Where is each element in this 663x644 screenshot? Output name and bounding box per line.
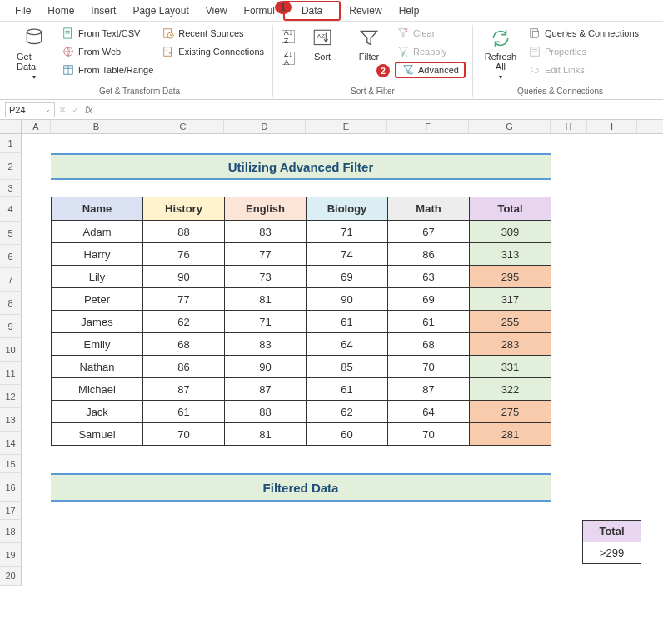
row-header[interactable]: 15	[0, 455, 22, 473]
fx-icon[interactable]: fx	[85, 104, 92, 116]
cell[interactable]: 90	[225, 356, 307, 378]
column-header[interactable]: C	[142, 120, 224, 133]
cell[interactable]: 71	[225, 311, 307, 333]
row-header[interactable]: 12	[0, 385, 22, 408]
cell[interactable]: 81	[225, 288, 307, 311]
cell[interactable]: 90	[307, 288, 388, 311]
row-header[interactable]: 13	[0, 408, 22, 432]
cell[interactable]: 309	[470, 221, 551, 243]
queries-connections-button[interactable]: Queries & Connections	[526, 25, 641, 42]
menu-home[interactable]: Home	[39, 2, 82, 19]
name-box[interactable]: P24 ⌄	[5, 102, 55, 117]
select-all-corner[interactable]	[0, 120, 22, 133]
cell[interactable]: 69	[388, 288, 470, 311]
column-header[interactable]: H	[551, 120, 587, 133]
cell[interactable]: 60	[307, 423, 388, 446]
recent-sources-button[interactable]: Recent Sources	[160, 25, 266, 42]
row-header[interactable]: 3	[0, 180, 22, 197]
cell[interactable]: 64	[388, 401, 470, 423]
refresh-all-button[interactable]: Refresh All ▾	[480, 25, 521, 82]
cell[interactable]: Emily	[52, 333, 143, 356]
cell[interactable]: Jack	[52, 401, 143, 423]
cell[interactable]: 317	[470, 288, 551, 311]
cell[interactable]: 85	[307, 356, 388, 378]
cell[interactable]: 86	[388, 243, 470, 266]
column-header[interactable]: A	[22, 120, 51, 133]
row-header[interactable]: 9	[0, 315, 22, 338]
cell[interactable]: 313	[470, 243, 551, 266]
column-header[interactable]: I	[587, 120, 637, 133]
cells-area[interactable]: Utilizing Advanced Filter Name History E…	[22, 134, 663, 586]
row-header[interactable]: 7	[0, 268, 22, 292]
cell[interactable]: 283	[470, 333, 551, 356]
cell[interactable]: 87	[388, 378, 470, 401]
row-header[interactable]: 8	[0, 292, 22, 315]
cell[interactable]: 68	[143, 333, 225, 356]
menu-insert[interactable]: Insert	[82, 2, 124, 19]
cell[interactable]: 61	[388, 311, 470, 333]
column-header[interactable]: F	[387, 120, 469, 133]
cell[interactable]: Nathan	[52, 356, 143, 378]
cell[interactable]: 61	[307, 378, 388, 401]
cell[interactable]: 322	[470, 378, 551, 401]
row-header[interactable]: 16	[0, 473, 22, 502]
cell[interactable]: 70	[388, 356, 470, 378]
menu-review[interactable]: Review	[341, 2, 390, 19]
cell[interactable]: 62	[307, 401, 388, 423]
cell[interactable]: Lily	[52, 266, 143, 288]
row-header[interactable]: 10	[0, 338, 22, 362]
cell[interactable]: 86	[143, 356, 225, 378]
cell[interactable]: 67	[388, 221, 470, 243]
cell[interactable]: 81	[225, 423, 307, 446]
cell[interactable]: 275	[470, 401, 551, 423]
cell[interactable]: 62	[143, 311, 225, 333]
cell[interactable]: 77	[143, 288, 225, 311]
sort-asc-button[interactable]: A↓Z	[280, 28, 297, 45]
menu-page-layout[interactable]: Page Layout	[124, 2, 197, 19]
cell[interactable]: Michael	[52, 378, 143, 401]
column-header[interactable]: E	[306, 120, 387, 133]
cell[interactable]: 83	[225, 221, 307, 243]
cell[interactable]: Harry	[52, 243, 143, 266]
menu-help[interactable]: Help	[391, 2, 428, 19]
row-header[interactable]: 4	[0, 197, 22, 222]
cell[interactable]: 70	[388, 423, 470, 446]
cell[interactable]: 88	[143, 221, 225, 243]
from-web-button[interactable]: From Web	[60, 43, 155, 60]
cell[interactable]: 281	[470, 423, 551, 446]
menu-file[interactable]: File	[7, 2, 39, 19]
cell[interactable]: 61	[143, 401, 225, 423]
cell[interactable]: 76	[143, 243, 225, 266]
clear-filter-button[interactable]: Clear	[395, 25, 466, 42]
existing-connections-button[interactable]: Existing Connections	[160, 43, 266, 60]
cell[interactable]: James	[52, 311, 143, 333]
cell[interactable]: 63	[388, 266, 470, 288]
cell[interactable]: 77	[225, 243, 307, 266]
from-text-csv-button[interactable]: From Text/CSV	[60, 25, 155, 42]
cell[interactable]: 87	[143, 378, 225, 401]
cell[interactable]: 83	[225, 333, 307, 356]
cell[interactable]: 70	[143, 423, 225, 446]
column-header[interactable]: D	[224, 120, 306, 133]
reapply-button[interactable]: Reapply	[395, 43, 466, 60]
row-header[interactable]: 19	[0, 543, 22, 567]
column-header[interactable]: B	[51, 120, 142, 133]
cancel-icon[interactable]: ✕	[58, 104, 67, 116]
properties-button[interactable]: Properties	[526, 43, 641, 60]
cell[interactable]: Samuel	[52, 423, 143, 446]
filter-button[interactable]: Filter	[348, 25, 390, 63]
row-header[interactable]: 20	[0, 567, 22, 586]
cell[interactable]: 71	[307, 221, 388, 243]
row-header[interactable]: 11	[0, 362, 22, 385]
cell[interactable]: 255	[470, 311, 551, 333]
column-header[interactable]: G	[469, 120, 551, 133]
cell[interactable]: Peter	[52, 288, 143, 311]
menu-view[interactable]: View	[197, 2, 236, 19]
row-header[interactable]: 6	[0, 245, 22, 268]
cell[interactable]: 90	[143, 266, 225, 288]
cell[interactable]: 64	[307, 333, 388, 356]
cell[interactable]: 87	[225, 378, 307, 401]
from-table-range-button[interactable]: From Table/Range	[60, 62, 155, 78]
cell[interactable]: 295	[470, 266, 551, 288]
sort-button[interactable]: AZ Sort	[302, 25, 343, 63]
